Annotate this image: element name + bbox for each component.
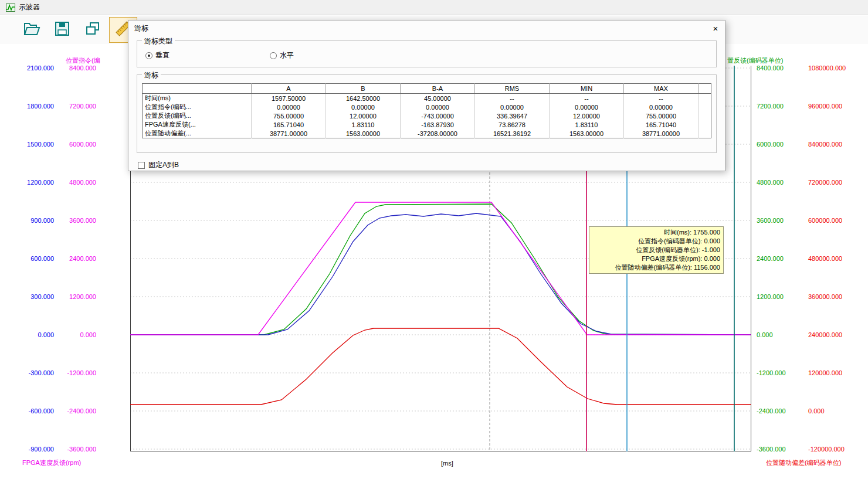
dialog-titlebar[interactable]: 游标 × <box>128 21 725 36</box>
cell-value: 1563.00000 <box>326 129 401 138</box>
axis-tick: 300.000 <box>14 293 54 301</box>
axis-tick: 1200.000 <box>757 293 784 301</box>
axis-tick: 2400.000 <box>757 254 784 263</box>
cell-value: 0.00000 <box>475 103 550 111</box>
axis-tick: 8400.000 <box>757 64 784 72</box>
axis-left-blue: 2100.0001800.0001500.0001200.000900.0006… <box>14 0 54 496</box>
axis-tick: 600000.000 <box>808 216 842 225</box>
cell-value: 755.00000 <box>624 111 699 120</box>
table-row: 位置指令(编码...0.000000.000000.000000.000000.… <box>143 103 711 111</box>
axis-tick: 3600.000 <box>757 216 784 225</box>
cell-value: 1642.50000 <box>326 94 401 103</box>
radio-label: 垂直 <box>155 50 169 60</box>
axis-tick: 2400.000 <box>56 254 96 263</box>
cursor-values-group: 游标 ABB-ARMSMINMAX时间(ms)1597.500001642.50… <box>137 74 717 153</box>
axis-label-time-unit: [ms] <box>441 460 453 467</box>
axis-tick: 7200.000 <box>757 102 784 110</box>
cell-value: 0.00000 <box>624 103 699 111</box>
cell-empty <box>699 111 711 120</box>
row-label: 位置随动偏差(... <box>143 129 252 138</box>
radio-水平[interactable]: 水平 <box>270 50 294 60</box>
axis-tick: 600.000 <box>14 254 54 263</box>
tooltip-line: 时间(ms): 1755.000 <box>592 228 720 237</box>
checkbox-label: 固定A到B <box>148 160 179 170</box>
table-row: 位置随动偏差(...38771.000001563.00000-37208.00… <box>143 129 711 138</box>
cell-value: -37208.00000 <box>401 129 475 138</box>
cursor-dialog: 游标 × 游标类型 垂直水平 游标 ABB-ARMSMINMAX时间(ms)15… <box>128 20 725 171</box>
axis-tick: 720000.000 <box>808 178 842 186</box>
axis-label-position-command: 位置指令(编 <box>66 56 100 65</box>
window-titlebar: 示波器 <box>0 0 868 15</box>
tooltip-line: 位置指令(编码器单位): 0.000 <box>592 237 720 246</box>
axis-tick: -600.000 <box>14 407 54 415</box>
tooltip-line: FPGA速度反馈(rpm): 0.000 <box>592 254 720 263</box>
axis-tick: 3600.000 <box>56 216 96 225</box>
axis-tick: 1500.000 <box>14 140 54 148</box>
axis-tick: 960000.000 <box>808 102 842 110</box>
radio-circle-icon <box>270 52 277 59</box>
cell-value: 0.00000 <box>326 103 401 111</box>
cell-value: 12.00000 <box>326 111 401 120</box>
cursor-table-wrap: ABB-ARMSMINMAX时间(ms)1597.500001642.50000… <box>142 83 711 138</box>
cell-value: -- <box>475 94 550 103</box>
axis-tick: 1200.000 <box>56 293 96 301</box>
axis-tick: 0.000 <box>14 331 54 339</box>
table-row: 位置反馈(编码...755.0000012.00000-743.00000336… <box>143 111 711 120</box>
axis-tick: 2100.000 <box>14 64 54 72</box>
axis-tick: -3600.000 <box>56 445 96 453</box>
cell-value: 12.00000 <box>550 111 624 120</box>
axis-tick: -900.000 <box>14 445 54 453</box>
axis-tick: 900.000 <box>14 216 54 225</box>
cell-empty <box>699 129 711 138</box>
axis-left-magenta: 8400.0007200.0006000.0004800.0003600.000… <box>56 0 96 496</box>
close-icon[interactable]: × <box>710 22 721 34</box>
radio-label: 水平 <box>280 50 294 60</box>
cell-value: 165.71040 <box>252 120 326 129</box>
axis-tick: 4800.000 <box>757 178 784 186</box>
table-header-cell: B <box>326 84 401 94</box>
axis-tick: 0.000 <box>808 407 825 415</box>
axis-tick: 1080000.000 <box>808 64 846 72</box>
cell-value: 0.00000 <box>401 103 475 111</box>
cell-value: 336.39647 <box>475 111 550 120</box>
tooltip-line: 位置反馈(编码器单位): -1.000 <box>592 246 720 254</box>
cell-value: 165.71040 <box>624 120 699 129</box>
dialog-title: 游标 <box>134 23 148 33</box>
row-label: 时间(ms) <box>143 94 252 103</box>
cursor-type-options: 垂直水平 <box>137 41 716 67</box>
axis-tick: -1200.000 <box>56 369 96 377</box>
axis-tick: -3600.000 <box>757 445 786 453</box>
table-row: 时间(ms)1597.500001642.5000045.00000------ <box>143 94 711 103</box>
cell-value: -743.00000 <box>401 111 475 120</box>
cell-value: 38771.00000 <box>252 129 326 138</box>
axis-tick: 0.000 <box>56 331 96 339</box>
axis-tick: -300.000 <box>14 369 54 377</box>
axis-tick: 240000.000 <box>808 331 842 339</box>
row-label: 位置反馈(编码... <box>143 111 252 120</box>
axis-right-green: 8400.0007200.0006000.0004800.0003600.000… <box>757 0 807 496</box>
radio-垂直[interactable]: 垂直 <box>145 50 169 60</box>
cell-empty <box>699 103 711 111</box>
cursor-values-group-label: 游标 <box>142 70 161 80</box>
cell-value: 45.00000 <box>401 94 475 103</box>
axis-tick: 8400.000 <box>56 64 96 72</box>
axis-tick: 840000.000 <box>808 140 842 148</box>
cell-value: -163.87930 <box>401 120 475 129</box>
fix-a-to-b-checkbox[interactable]: 固定A到B <box>138 160 725 170</box>
radio-circle-icon <box>145 52 152 59</box>
axis-label-fpga-speed: FPGA速度反馈(rpm) <box>22 458 81 467</box>
axis-tick: 1200.000 <box>14 178 54 186</box>
row-label: FPGA速度反馈(... <box>143 120 252 129</box>
table-header-cell: B-A <box>401 84 475 94</box>
cell-value: -- <box>624 94 699 103</box>
cell-value: 755.00000 <box>252 111 326 120</box>
cursor-type-group: 游标类型 垂直水平 <box>137 40 717 67</box>
cell-value: 1597.50000 <box>252 94 326 103</box>
cell-value: 38771.00000 <box>624 129 699 138</box>
axis-label-following-error: 位置随动偏差(编码器单位) <box>766 458 841 467</box>
axis-tick: 120000.000 <box>808 369 842 377</box>
tooltip-line: 位置随动偏差(编码器单位): 1156.000 <box>592 263 720 272</box>
axis-tick: 360000.000 <box>808 293 842 301</box>
cell-value: -- <box>550 94 624 103</box>
checkbox-box[interactable] <box>138 162 145 169</box>
